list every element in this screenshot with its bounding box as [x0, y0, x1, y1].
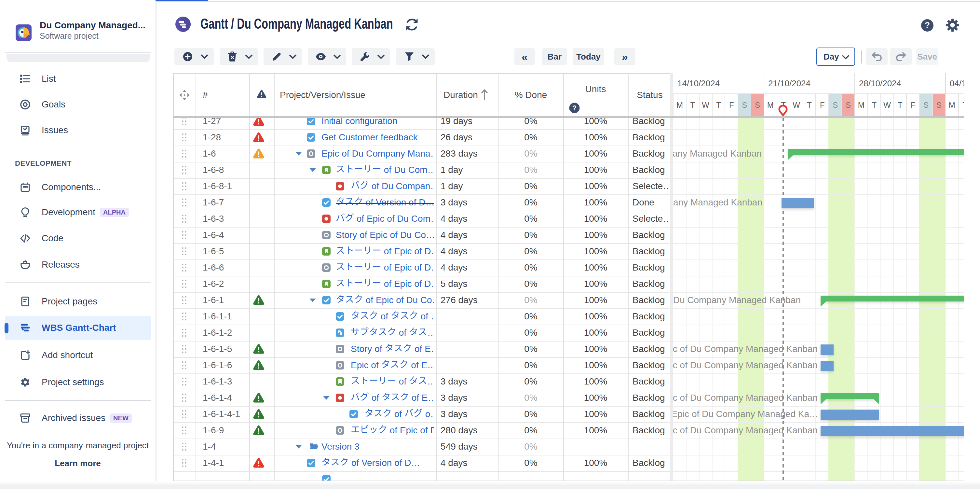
svg-text:?: ?	[572, 104, 576, 112]
svg-text:?: ?	[925, 20, 930, 30]
